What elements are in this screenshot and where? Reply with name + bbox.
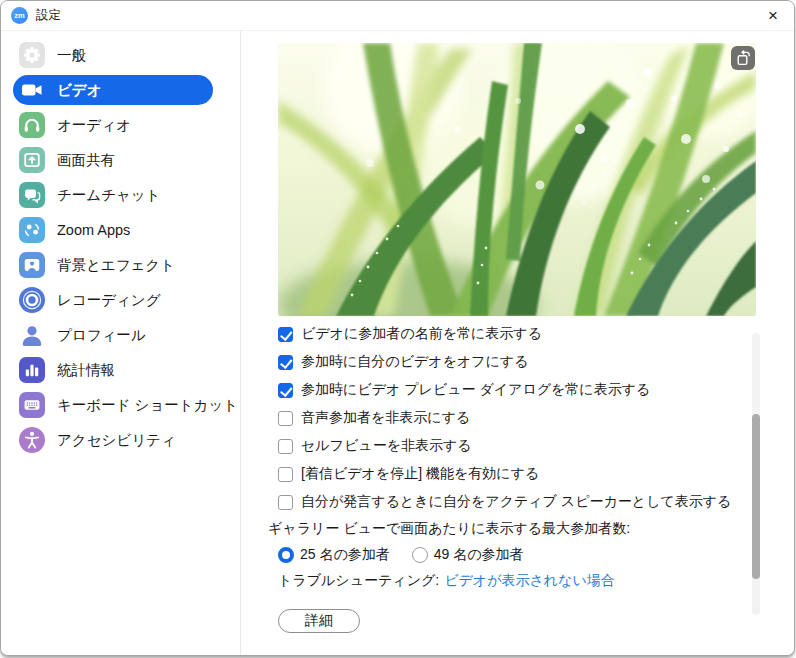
settings-window: zm 設定 × 一般 ビデオ [0,0,795,656]
sidebar-item-zoom-apps[interactable]: Zoom Apps [13,215,213,245]
sidebar-item-label: Zoom Apps [57,222,130,238]
profile-person-icon [19,322,45,348]
screen-share-icon [19,147,45,173]
checkbox[interactable] [278,355,293,370]
gear-icon [19,42,45,68]
sidebar-item-audio[interactable]: オーディオ [13,110,213,140]
sidebar-item-label: チームチャット [57,186,161,205]
sidebar-item-accessibility[interactable]: アクセシビリティ [13,425,213,455]
scrollbar-thumb[interactable] [752,414,760,579]
keyboard-icon [19,392,45,418]
checkbox-label: 参加時にビデオ プレビュー ダイアログを常に表示する [301,381,650,399]
checkbox-row[interactable]: 音声参加者を非表示にする [278,404,731,432]
checkbox-label: ビデオに参加者の名前を常に表示する [301,325,542,343]
record-icon [19,287,45,313]
radio-49-participants[interactable] [412,547,428,563]
checkbox-label: 自分が発言するときに自分をアクティブ スピーカーとして表示する [301,493,731,511]
checkbox[interactable] [278,495,293,510]
checkbox[interactable] [278,327,293,342]
sidebar-item-label: 画面共有 [57,151,115,170]
sidebar-item-label: 統計情報 [57,361,115,380]
radio-label: 25 名の参加者 [300,546,390,564]
radio-label: 49 名の参加者 [434,546,524,564]
sidebar-item-label: ビデオ [57,81,102,100]
video-settings-panel: ビデオに参加者の名前を常に表示する 参加時に自分のビデオをオフにする 参加時にビ… [242,31,794,655]
radio-25-participants[interactable] [278,547,294,563]
sidebar-item-video[interactable]: ビデオ [13,75,213,105]
video-camera-icon [19,77,45,103]
checkbox-row[interactable]: [着信ビデオを停止] 機能を有効にする [278,460,731,488]
video-not-showing-link[interactable]: ビデオが表示されない場合 [444,572,615,590]
zoom-logo-icon: zm [11,7,28,24]
sidebar-item-profile[interactable]: プロフィール [13,320,213,350]
sidebar-item-label: オーディオ [57,116,131,135]
chat-bubbles-icon [19,182,45,208]
sidebar-item-screen-share[interactable]: 画面共有 [13,145,213,175]
advanced-button[interactable]: 詳細 [278,609,360,633]
checkbox[interactable] [278,383,293,398]
sidebar-item-label: 一般 [57,46,86,65]
close-icon[interactable]: × [768,4,778,28]
window-title: 設定 [36,7,61,24]
sidebar-item-recording[interactable]: レコーディング [13,285,213,315]
sidebar: 一般 ビデオ オーディオ 画面共有 [1,31,241,655]
sidebar-item-label: レコーディング [57,291,161,310]
headset-icon [19,112,45,138]
sidebar-item-label: プロフィール [57,326,146,345]
checkbox-label: 音声参加者を非表示にする [301,409,470,427]
checkbox-row[interactable]: ビデオに参加者の名前を常に表示する [278,320,731,348]
rotate-icon [734,49,752,67]
scrollbar-track [752,333,760,615]
sidebar-item-label: アクセシビリティ [57,431,176,450]
checkbox[interactable] [278,467,293,482]
camera-preview-image [278,43,756,316]
gallery-max-participants-label: ギャラリー ビューで画面あたりに表示する最大参加者数: [268,516,731,541]
apps-icon [19,217,45,243]
video-options: ビデオに参加者の名前を常に表示する 参加時に自分のビデオをオフにする 参加時にビ… [278,320,731,593]
gallery-radio-group: 25 名の参加者 49 名の参加者 [278,541,731,569]
checkbox[interactable] [278,439,293,454]
checkbox-row[interactable]: 参加時に自分のビデオをオフにする [278,348,731,376]
rotate-camera-button[interactable] [731,46,755,70]
sidebar-item-team-chat[interactable]: チームチャット [13,180,213,210]
sidebar-item-label: 背景とエフェクト [57,256,175,275]
sidebar-item-background-effects[interactable]: 背景とエフェクト [13,250,213,280]
checkbox-label: [着信ビデオを停止] 機能を有効にする [301,465,539,483]
troubleshooting-row: トラブルシューティング: ビデオが表示されない場合 [278,569,731,593]
sidebar-item-general[interactable]: 一般 [13,40,213,70]
titlebar: zm 設定 × [1,1,794,31]
camera-preview [278,43,756,316]
sidebar-item-keyboard-shortcuts[interactable]: キーボード ショートカット [13,390,213,420]
accessibility-icon [19,427,45,453]
sidebar-item-statistics[interactable]: 統計情報 [13,355,213,385]
checkbox-label: セルフビューを非表示する [301,437,472,455]
checkbox[interactable] [278,411,293,426]
checkbox-row[interactable]: 参加時にビデオ プレビュー ダイアログを常に表示する [278,376,731,404]
troubleshooting-label: トラブルシューティング: [278,572,439,590]
checkbox-label: 参加時に自分のビデオをオフにする [301,353,529,371]
background-person-icon [19,252,45,278]
checkbox-row[interactable]: セルフビューを非表示する [278,432,731,460]
checkbox-row[interactable]: 自分が発言するときに自分をアクティブ スピーカーとして表示する [278,488,731,516]
bar-chart-icon [19,357,45,383]
sidebar-item-label: キーボード ショートカット [57,396,238,415]
